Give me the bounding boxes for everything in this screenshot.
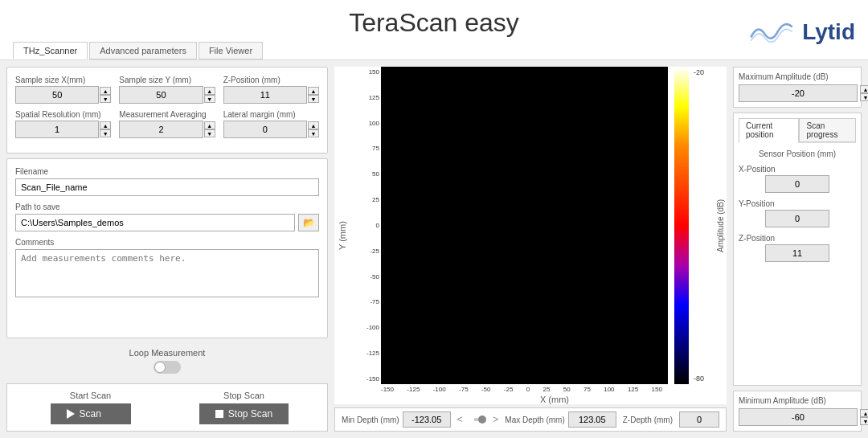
slider-handle [478, 415, 486, 424]
min-depth-group: Min Depth (mm) [342, 411, 451, 428]
browse-button[interactable]: 📂 [298, 214, 319, 231]
stop-scan-button[interactable]: Stop Scan [199, 403, 289, 424]
param-group-x: Sample size X(mm) ▲ ▼ [15, 76, 111, 104]
spatial-res-down[interactable]: ▼ [100, 129, 111, 137]
toggle-knob [154, 362, 166, 373]
z-position-item: Z-Position [739, 234, 856, 262]
path-label: Path to save [15, 203, 319, 211]
param-row-1: Sample size X(mm) ▲ ▼ Sample size Y (mm) [15, 76, 319, 104]
plot-container: Y (mm) 150 125 100 75 50 25 0 -25 [334, 67, 727, 404]
param-group-z: Z-Position (mm) ▲ ▼ [223, 76, 319, 104]
lateral-margin-input-row: ▲ ▼ [223, 121, 319, 138]
y-ticks: 150 125 100 75 50 25 0 -25 -50 -75 -100 … [350, 67, 381, 384]
sample-y-up[interactable]: ▲ [204, 87, 215, 95]
comments-input[interactable] [15, 249, 319, 297]
path-input[interactable] [15, 214, 295, 231]
center-panel: Y (mm) 150 125 100 75 50 25 0 -25 [334, 67, 727, 432]
z-position-down[interactable]: ▼ [308, 95, 319, 103]
sample-y-input-row: ▲ ▼ [119, 86, 215, 104]
z-position-input-row: ▲ ▼ [223, 86, 319, 104]
max-amp-down[interactable]: ▼ [860, 93, 868, 101]
stop-icon [215, 410, 223, 418]
max-amp-input[interactable] [739, 84, 858, 102]
loop-toggle[interactable] [154, 361, 181, 374]
z-pos-input[interactable] [765, 244, 829, 262]
min-depth-input[interactable] [403, 411, 451, 428]
less-than-arrow: < [457, 414, 463, 425]
filename-input[interactable] [15, 178, 319, 196]
colorbar-labels: -20 -80 [692, 67, 714, 384]
meas-avg-input[interactable] [119, 121, 203, 138]
stop-scan-title: Stop Scan [223, 391, 264, 400]
start-scan-button[interactable]: Scan [51, 403, 131, 424]
min-amp-input[interactable] [739, 408, 858, 426]
x-axis-label: X (mm) [540, 395, 569, 404]
z-position-up[interactable]: ▲ [308, 87, 319, 95]
min-amp-label: Minimum Amplitude (dB) [739, 396, 856, 405]
zdepth-input[interactable] [679, 411, 719, 428]
filename-label: Filename [15, 167, 319, 176]
spatial-res-up[interactable]: ▲ [100, 121, 111, 129]
lateral-margin-down[interactable]: ▼ [308, 129, 319, 137]
y-pos-input[interactable] [765, 210, 829, 227]
sample-y-input[interactable] [119, 86, 203, 104]
tab-advanced-params[interactable]: Advanced parameters [89, 42, 197, 59]
z-position-spinner: ▲ ▼ [308, 87, 319, 103]
sample-x-input[interactable] [15, 86, 99, 104]
sample-y-label: Sample size Y (mm) [119, 76, 215, 84]
zdepth-label: Z-Depth (mm) [623, 415, 673, 424]
sample-x-up[interactable]: ▲ [100, 87, 111, 95]
max-amp-spinner: ▲ ▼ [860, 85, 868, 101]
path-row: 📂 [15, 214, 319, 231]
tab-current-position[interactable]: Current position [739, 118, 799, 143]
colorbar [674, 67, 689, 384]
start-scan-title: Start Scan [70, 391, 111, 400]
sensor-position-label: Sensor Position (mm) [739, 149, 856, 158]
plot-inner: 150 125 100 75 50 25 0 -25 -50 -75 -100 … [350, 67, 727, 404]
z-position-input[interactable] [223, 86, 307, 104]
lateral-margin-input[interactable] [223, 121, 307, 138]
tab-scan-progress[interactable]: Scan progress [799, 118, 856, 142]
app-title: TeraScan easy [349, 8, 519, 38]
tab-thz-scanner[interactable]: THz_Scanner [13, 42, 88, 59]
depth-bar: Min Depth (mm) < > Max Depth (mm) Z-Dept… [334, 407, 727, 432]
meas-avg-label: Measurement Averaging [119, 110, 215, 119]
file-box: Filename Path to save 📂 Comments [6, 158, 328, 338]
logo-area: Lytid [747, 16, 855, 48]
sample-y-down[interactable]: ▼ [204, 95, 215, 103]
loop-label: Loop Measurement [129, 348, 206, 358]
param-row-2: Spatial Resolution (mm) ▲ ▼ Measurement … [15, 110, 319, 138]
position-box: Current position Scan progress Sensor Po… [733, 113, 862, 386]
logo-text: Lytid [802, 19, 855, 45]
main-content: Sample size X(mm) ▲ ▼ Sample size Y (mm) [0, 60, 868, 438]
min-amp-up[interactable]: ▲ [860, 409, 868, 417]
sample-x-down[interactable]: ▼ [100, 95, 111, 103]
stop-scan-btn-label: Stop Scan [228, 408, 272, 420]
meas-avg-input-row: ▲ ▼ [119, 121, 215, 138]
z-position-label: Z-Position (mm) [223, 76, 319, 84]
max-depth-input[interactable] [568, 411, 616, 428]
greater-than-arrow: > [493, 414, 498, 425]
start-scan-btn-label: Scan [80, 408, 101, 420]
plot-area: Y (mm) 150 125 100 75 50 25 0 -25 [334, 67, 727, 404]
tab-file-viewer[interactable]: File Viewer [199, 42, 263, 59]
min-depth-label: Min Depth (mm) [342, 415, 399, 424]
x-pos-input[interactable] [765, 175, 829, 193]
max-amp-up[interactable]: ▲ [860, 85, 868, 93]
lateral-margin-up[interactable]: ▲ [308, 121, 319, 129]
depth-slider[interactable] [474, 418, 482, 421]
x-position-item: X-Position [739, 165, 856, 193]
lateral-margin-label: Lateral margin (mm) [223, 110, 319, 119]
meas-avg-down[interactable]: ▼ [204, 129, 215, 137]
sample-x-input-row: ▲ ▼ [15, 86, 111, 104]
spatial-res-input[interactable] [15, 121, 99, 138]
min-amp-down[interactable]: ▼ [860, 417, 868, 425]
min-amp-spinner: ▲ ▼ [860, 409, 868, 425]
max-amp-label: Maximum Amplitude (dB) [739, 72, 856, 81]
main-tabs: THz_Scanner Advanced parameters File Vie… [13, 42, 264, 59]
meas-avg-up[interactable]: ▲ [204, 121, 215, 129]
max-amp-box: Maximum Amplitude (dB) ▲ ▼ [733, 67, 862, 108]
max-depth-label: Max Depth (mm) [505, 415, 564, 424]
param-group-avg: Measurement Averaging ▲ ▼ [119, 110, 215, 138]
spatial-res-label: Spatial Resolution (mm) [15, 110, 111, 119]
